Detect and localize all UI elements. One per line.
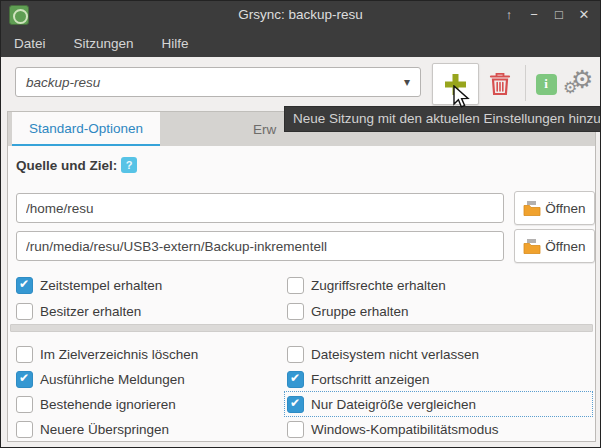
simulation-run-button[interactable]: ⚙ ⚙ [563,65,599,103]
tab-standard-optionen[interactable]: Standard-Optionen [12,112,160,147]
section-title: Quelle und Ziel: [16,158,117,173]
checkbox-box [287,421,304,438]
checkbox-label: Zeitstempel erhalten [40,278,162,293]
trash-icon [488,70,512,98]
tab-erweiterte-optionen[interactable]: Erw [253,112,276,147]
checkbox-box [16,346,33,363]
checkbox-besitzer-erhalten[interactable]: Besitzer erhalten [16,301,141,321]
checkbox-label: Dateisystem nicht verlassen [311,347,479,362]
checkbox-label: Ausführliche Meldungen [40,372,185,387]
chevron-down-icon: ▾ [404,75,410,89]
checkbox-label: Zugriffsrechte erhalten [311,278,446,293]
checkbox-label: Fortschritt anzeigen [311,372,430,387]
session-combobox[interactable]: backup-resu ▾ [15,67,421,97]
checkbox-box [287,396,304,413]
delete-session-button[interactable] [479,65,521,103]
gear-small-icon: ⚙ [563,78,577,97]
rollup-icon[interactable]: ↑ [501,7,517,23]
info-icon: i [536,74,557,95]
checkbox-zugriffsrechte-erhalten[interactable]: Zugriffsrechte erhalten [287,275,446,295]
close-icon[interactable]: ✕ [576,7,592,23]
checkbox-label: Windows-Kompatibilitätsmodus [311,422,499,437]
add-session-button[interactable] [432,63,479,105]
checkbox-gruppe-erhalten[interactable]: Gruppe erhalten [287,301,409,321]
plus-icon [442,71,469,98]
checkbox-nur-dateigroesse-vergleichen[interactable]: Nur Dateigröße vergleichen [287,394,590,414]
checkbox-zeitstempel-erhalten[interactable]: Zeitstempel erhalten [16,275,162,295]
checkbox-bestehende-ignorieren[interactable]: Bestehende ignorieren [16,394,176,414]
open-destination-button[interactable]: Öffnen [514,229,595,263]
checkbox-fortschritt-anzeigen[interactable]: Fortschritt anzeigen [287,369,430,389]
checkbox-neuere-ueberspringen[interactable]: Neuere Überspringen [16,419,169,439]
checkbox-ausfuehrliche-meldungen[interactable]: Ausführliche Meldungen [16,369,185,389]
titlebar: Grsync: backup-resu ↑ − □ ✕ [1,1,600,29]
destination-path-input[interactable] [16,231,504,261]
maximize-icon[interactable]: □ [551,7,567,23]
menu-sitzungen[interactable]: Sitzungen [74,36,134,51]
checkbox-box [287,371,304,388]
checkbox-box [16,371,33,388]
checkbox-box [287,277,304,294]
checkbox-label: Besitzer erhalten [40,304,141,319]
toolbar-separator [525,65,526,101]
checkbox-dateisystem-nicht-verlassen[interactable]: Dateisystem nicht verlassen [287,344,479,364]
grsync-window: Grsync: backup-resu ↑ − □ ✕ Datei Sitzun… [0,0,601,448]
open-source-button[interactable]: Öffnen [514,191,595,225]
menu-hilfe[interactable]: Hilfe [162,36,189,51]
open-button-label: Öffnen [545,239,585,254]
source-path-input[interactable] [16,193,504,223]
checkbox-label: Bestehende ignorieren [40,397,176,412]
group-separator [10,324,593,332]
checkbox-im-zielverzeichnis-loeschen[interactable]: Im Zielverzeichnis löschen [16,344,198,364]
window-controls: ↑ − □ ✕ [501,1,592,29]
checkbox-label: Gruppe erhalten [311,304,409,319]
open-button-label: Öffnen [545,201,585,216]
checkbox-label: Im Zielverzeichnis löschen [40,347,198,362]
tooltip: Neue Sitzung mit den aktuellen Einstellu… [284,106,601,132]
menu-datei[interactable]: Datei [14,36,46,51]
minimize-icon[interactable]: − [526,7,542,23]
folder-icon [523,239,541,254]
checkbox-box [287,346,304,363]
folder-icon [523,201,541,216]
checkbox-box [16,396,33,413]
rsync-info-button[interactable]: i [531,69,561,99]
menubar: Datei Sitzungen Hilfe [1,29,600,57]
checkbox-box [16,277,33,294]
checkbox-box [16,421,33,438]
help-icon[interactable]: ? [121,157,137,173]
basic-options-panel: Quelle und Ziel: ? Öffnen Öffnen Zeitste… [7,146,596,442]
checkbox-label: Neuere Überspringen [40,422,169,437]
checkbox-box [16,303,33,320]
checkbox-label: Nur Dateigröße vergleichen [311,397,476,412]
checkbox-box [287,303,304,320]
session-value: backup-resu [26,75,404,90]
checkbox-windows-kompatibilitaetsmodus[interactable]: Windows-Kompatibilitätsmodus [287,419,499,439]
